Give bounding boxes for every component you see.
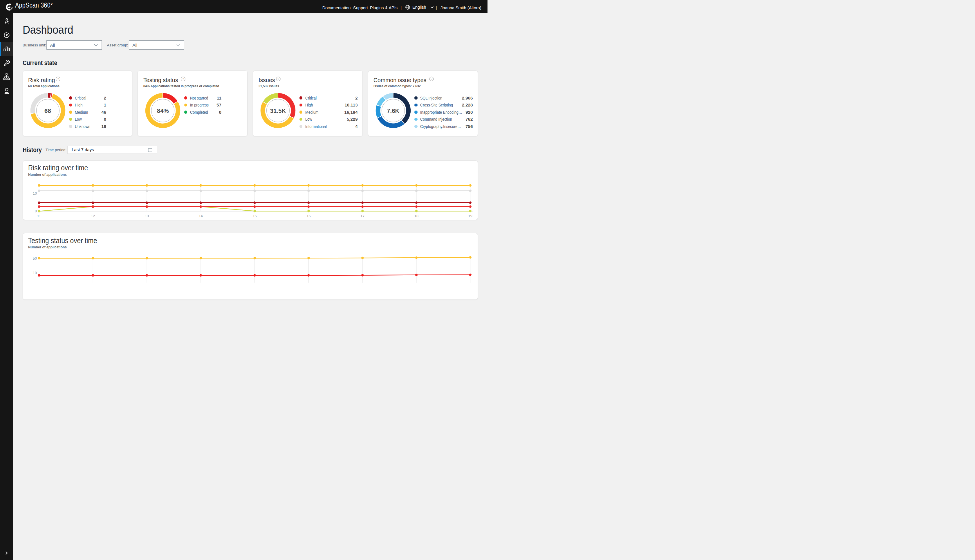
svg-text:10: 10 xyxy=(33,192,37,195)
svg-text:10: 10 xyxy=(33,271,37,275)
svg-text:12: 12 xyxy=(91,214,95,218)
svg-text:16: 16 xyxy=(307,214,310,218)
svg-text:11: 11 xyxy=(37,214,41,218)
svg-text:15: 15 xyxy=(252,214,257,218)
svg-text:13: 13 xyxy=(145,214,149,218)
svg-text:0: 0 xyxy=(35,209,37,213)
svg-text:50: 50 xyxy=(33,257,37,260)
svg-text:18: 18 xyxy=(414,214,418,218)
svg-text:14: 14 xyxy=(198,214,203,218)
svg-text:19: 19 xyxy=(468,214,472,218)
svg-text:17: 17 xyxy=(360,214,365,218)
